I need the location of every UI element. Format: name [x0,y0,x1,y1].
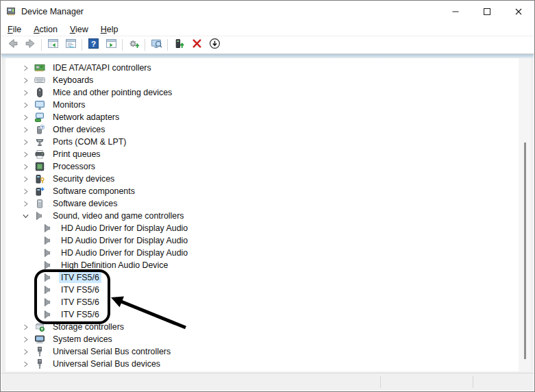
tree-item-category[interactable]: Software components [5,185,531,197]
tree-item-device[interactable]: HD Audio Driver for Display Audio [5,222,531,234]
usb-icon [34,346,45,357]
other-devices-icon: ? [34,124,45,135]
tree-item-device[interactable]: ITV FS5/6 [5,296,531,308]
chevron-right-icon[interactable] [21,149,30,159]
chevron-right-icon[interactable] [21,100,30,110]
tree-item-device[interactable]: ITV FS5/6 [5,308,531,321]
monitor-icon [34,99,45,110]
minimize-button[interactable] [440,1,471,23]
chevron-spacer [29,223,38,233]
chevron-spacer [29,236,38,245]
title-bar: Device Manager [1,1,534,23]
serial-port-icon [34,136,45,147]
show-console-tree-button[interactable] [44,37,62,53]
tree-item-device[interactable]: High Definition Audio Device [5,259,531,271]
tree-item-label: Software components [51,186,137,197]
tree-item-category[interactable]: Universal Serial Bus devices [5,358,531,370]
tree-item-device[interactable]: HD Audio Driver for Display Audio [5,234,531,247]
tree-item-category[interactable]: Keyboards [5,74,531,86]
security-device-icon [34,173,45,184]
tree-item-category[interactable]: Mice and other pointing devices [5,86,531,99]
tree-item-category[interactable]: Sound, video and game controllers [5,210,531,222]
back-button[interactable] [3,37,21,53]
system-device-icon [34,334,45,345]
update-driver-icon [173,38,185,52]
tree-item-category[interactable]: Processors [5,160,531,173]
chevron-spacer [29,260,38,270]
chevron-right-icon[interactable] [21,322,30,332]
tree-item-category[interactable]: Ports (COM & LPT) [5,136,531,148]
speaker-icon [42,309,53,320]
chevron-right-icon[interactable] [21,137,30,147]
tree-item-label: ITV FS5/6 [59,272,101,283]
chevron-right-icon[interactable] [21,174,30,184]
computer-view-button[interactable] [147,37,165,53]
uninstall-device-button[interactable] [188,37,206,53]
chevron-right-icon[interactable] [21,125,30,134]
tree-item-category[interactable]: Network adapters [5,111,531,123]
window-title: Device Manager [21,7,84,16]
tree-item-category[interactable]: Universal Serial Bus controllers [5,345,531,358]
vertical-scrollbar[interactable] [519,58,531,371]
toolbar-separator [122,39,123,51]
tree-item-device[interactable]: ITV FS5/6 [5,284,531,296]
scan-for-hardware-changes-button[interactable] [125,37,142,53]
status-bar-separator [473,376,473,388]
menu-file[interactable]: File [2,23,27,36]
forward-button[interactable] [21,37,39,53]
back-arrow-icon [7,38,18,52]
update-driver-button[interactable] [170,37,188,53]
ide-controller-icon [34,62,45,73]
chevron-down-icon[interactable] [21,211,30,221]
scrollbar-thumb[interactable] [524,143,526,359]
tree-item-label: IDE ATA/ATAPI controllers [51,62,153,73]
svg-text:?: ? [41,125,44,130]
speaker-icon [42,297,53,308]
help-button[interactable]: ? [84,37,102,53]
uninstall-icon [191,38,203,52]
maximize-button[interactable] [471,1,503,23]
menu-view[interactable]: View [64,23,94,36]
tree-item-category[interactable]: Print queues [5,148,531,160]
toolbar: ? [1,36,534,54]
tree-item-label: System devices [51,334,114,345]
toolbar-separator [167,39,168,51]
usb-icon [34,358,45,369]
tree-item-category[interactable]: System devices [5,333,531,345]
tree-item-category[interactable]: Monitors [5,99,531,111]
tree-item-device[interactable]: HD Audio Driver for Display Audio [5,247,531,259]
tree-item-label: ITV FS5/6 [59,309,101,320]
properties-button[interactable] [62,37,79,53]
disable-icon [209,38,221,52]
chevron-right-icon[interactable] [21,359,30,369]
chevron-right-icon[interactable] [21,186,30,196]
menu-help[interactable]: Help [95,23,124,36]
show-action-pane-button[interactable] [102,37,120,53]
tree-item-category[interactable]: Software devices [5,197,531,210]
tree-item-category[interactable]: ?Other devices [5,123,531,136]
close-button[interactable] [503,1,534,23]
toolbar-separator [145,39,145,51]
chevron-right-icon[interactable] [21,334,30,344]
tree-item-device[interactable]: ITV FS5/6 [5,271,531,284]
chevron-right-icon[interactable] [21,63,30,73]
menu-action[interactable]: Action [28,23,63,36]
chevron-spacer [29,310,38,319]
tree-item-category[interactable]: Security devices [5,173,531,185]
chevron-right-icon[interactable] [21,88,30,97]
computer-search-icon [151,38,162,52]
chevron-right-icon[interactable] [21,199,30,208]
tree-item-category[interactable]: IDE ATA/ATAPI controllers [5,62,531,74]
chevron-right-icon[interactable] [21,75,30,85]
chevron-right-icon[interactable] [21,112,30,122]
tree-item-label: Keyboards [51,75,95,86]
device-tree: IDE ATA/ATAPI controllersKeyboardsMice a… [5,58,531,370]
software-component-icon [34,186,45,197]
tree-item-label: HD Audio Driver for Display Audio [59,223,190,234]
disable-device-button[interactable] [206,37,223,53]
tree-item-category[interactable]: Storage controllers [5,321,531,333]
storage-controller-icon [34,321,45,332]
toolbar-separator [82,39,82,51]
chevron-right-icon[interactable] [21,162,30,171]
chevron-right-icon[interactable] [21,347,30,356]
